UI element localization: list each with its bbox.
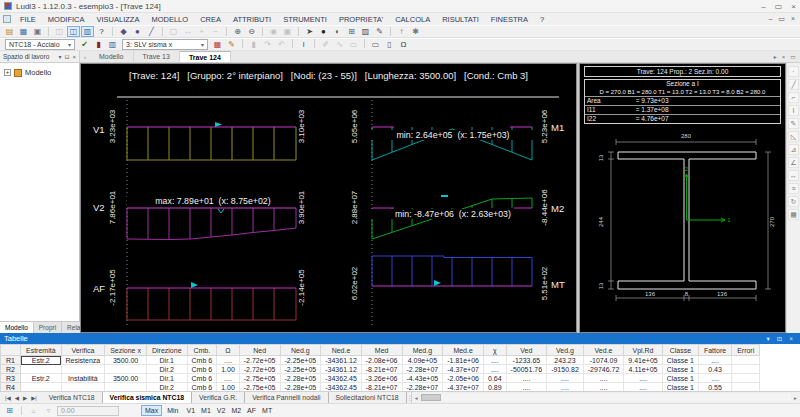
column-header[interactable] <box>1 345 21 356</box>
eraser-tool[interactable]: ◺ <box>788 131 799 142</box>
menu-item[interactable]: MODELLO <box>145 15 194 24</box>
open-file-button[interactable]: ▤ <box>3 26 16 37</box>
table-cell[interactable]: .... <box>217 356 240 365</box>
table-cell[interactable]: .... <box>583 374 624 383</box>
close-button[interactable]: × <box>791 2 796 11</box>
result-component-button[interactable]: MT <box>259 405 275 416</box>
table-cell[interactable]: 3500.00 <box>105 356 147 365</box>
minimize-button[interactable]: – <box>761 2 765 11</box>
column-header[interactable]: Ved <box>506 345 547 356</box>
table-cell[interactable]: Estr.2 <box>21 374 62 383</box>
table-cell[interactable]: -2.72e+05 <box>239 365 280 374</box>
column-check-button[interactable]: ▮ <box>247 39 260 50</box>
pane-control-icon[interactable]: ▾ <box>766 335 769 343</box>
section-view-button[interactable]: ◐ <box>331 26 344 37</box>
pane-control-icon[interactable]: ⊡ <box>777 335 782 343</box>
table-cell[interactable]: -2.75e+05 <box>239 383 280 392</box>
column-header[interactable]: Vpl.Rd <box>624 345 662 356</box>
table-cell[interactable]: -8.21e+07 <box>361 365 402 374</box>
column-header[interactable]: Med.g <box>402 345 443 356</box>
row-header[interactable]: R4 <box>1 383 21 392</box>
context-help-button[interactable]: ? <box>95 26 108 37</box>
table-cell[interactable]: -2.08e+06 <box>361 356 402 365</box>
menu-item[interactable]: ? <box>534 15 550 24</box>
sections-button[interactable]: ▥ <box>106 39 119 50</box>
render-button[interactable]: ▨ <box>359 26 372 37</box>
load-case-select[interactable]: 3: SLV sisma x ▾ <box>122 39 208 50</box>
table-tab-verifica-gr[interactable]: Verifica G.R. <box>192 392 245 403</box>
polyline-tool[interactable]: ⌐ <box>788 92 799 103</box>
table-cell[interactable]: -2.28e+07 <box>402 365 443 374</box>
table-cell[interactable] <box>61 365 105 374</box>
copy-button[interactable]: ▣ <box>31 26 44 37</box>
select-window-button[interactable]: ▢ <box>167 26 180 37</box>
column-header[interactable]: Ned.g <box>280 345 321 356</box>
table-cell[interactable]: .... <box>217 374 240 383</box>
table-cell[interactable]: -4.43e+05 <box>402 374 443 383</box>
frame-button[interactable]: ▭ <box>347 39 360 50</box>
table-cell[interactable]: Cmb 6 <box>187 374 217 383</box>
measure-tool[interactable]: ⊿ <box>788 144 799 155</box>
table-cell[interactable]: Cmb 6 <box>187 383 217 392</box>
sidebar-tab-proprieta[interactable]: Propri <box>34 322 62 333</box>
section-grid-tool[interactable]: ▦ <box>788 209 799 220</box>
table-cell[interactable]: 4.09e+05 <box>402 356 443 365</box>
grid-button[interactable]: ⊞ <box>345 26 358 37</box>
rotate-tool[interactable]: ↻ <box>788 196 799 207</box>
menu-item[interactable]: STRUMENTI <box>277 15 333 24</box>
tab-row-control[interactable]: ▭ <box>790 53 796 60</box>
column-header[interactable]: Ved.g <box>547 345 584 356</box>
scroll-right-icon[interactable]: ▸ <box>791 395 800 401</box>
edit-combination-button[interactable]: ✎ <box>225 39 238 50</box>
tab-row-control[interactable]: ▸ <box>774 53 777 60</box>
sketch-button[interactable]: ✐ <box>319 39 332 50</box>
table-cell[interactable]: Dir.1 <box>146 356 187 365</box>
pan-button[interactable]: ↔ <box>181 26 194 37</box>
column-header[interactable]: Med <box>361 345 402 356</box>
table-cell[interactable] <box>732 374 760 383</box>
line-tool-button[interactable]: ╱ <box>145 26 158 37</box>
tab-nav-button[interactable]: ▶ <box>21 395 29 401</box>
table-cell[interactable]: 9.41e+05 <box>624 356 662 365</box>
table-cell[interactable] <box>732 365 760 374</box>
table-tab-verifica-pannelli-nodali[interactable]: Verifica Pannelli nodali <box>245 392 328 403</box>
tab-row-control[interactable]: × <box>782 54 786 60</box>
table-cell[interactable]: .... <box>624 383 662 392</box>
restore-button[interactable]: ▭ <box>775 2 783 11</box>
table-cell[interactable]: Instabilità <box>61 374 105 383</box>
sidebar-tab-modello[interactable]: Modello <box>0 322 34 333</box>
table-cell[interactable]: 243.23 <box>547 356 584 365</box>
window-frame-button[interactable]: ▭ <box>369 39 382 50</box>
beam-tool[interactable]: I <box>788 105 799 116</box>
table-cell[interactable] <box>732 356 760 365</box>
table-tab-verifica-ntc18[interactable]: Verifica NTC18 <box>42 392 103 403</box>
menu-item[interactable]: FINESTRA <box>485 15 534 24</box>
tab-trave-124[interactable]: Trave 124 <box>180 51 231 62</box>
annotate-button[interactable]: ✎ <box>373 26 386 37</box>
column-header[interactable]: Cmb. <box>187 345 217 356</box>
menu-item[interactable]: MODIFICA <box>42 15 91 24</box>
materials-button[interactable]: ▮ <box>92 39 105 50</box>
tab-modello[interactable]: Modello <box>90 51 134 62</box>
scrollbar-track[interactable] <box>441 394 791 401</box>
table-cell[interactable] <box>21 365 62 374</box>
table-cell[interactable]: Estr.2 <box>21 356 62 365</box>
line-tool[interactable]: ╱ <box>788 79 799 90</box>
column-header[interactable]: Errori <box>732 345 760 356</box>
chevron-down-icon[interactable]: ▾ <box>58 53 61 60</box>
filter-down-button[interactable]: ▿ <box>42 405 55 416</box>
horizontal-scrollbar[interactable]: ◂ ▸ <box>411 392 800 403</box>
result-component-button[interactable]: V1 <box>184 405 199 416</box>
table-cell[interactable]: -3.26e+06 <box>361 374 402 383</box>
save-button[interactable]: ▦ <box>17 26 30 37</box>
table-cell[interactable] <box>732 383 760 392</box>
table-cell[interactable]: 0.55 <box>698 383 731 392</box>
table-cell[interactable]: -2.72e+05 <box>239 356 280 365</box>
table-cell[interactable]: Classe 1 <box>662 356 698 365</box>
pencil-tool[interactable]: ✎ <box>788 118 799 129</box>
result-component-button[interactable]: M1 <box>198 405 214 416</box>
table-cell[interactable]: 4.11e+05 <box>624 365 662 374</box>
table-cell[interactable]: .... <box>506 383 547 392</box>
table-cell[interactable]: -2.25e+05 <box>280 365 321 374</box>
move-up-button[interactable]: ↑ <box>395 26 408 37</box>
